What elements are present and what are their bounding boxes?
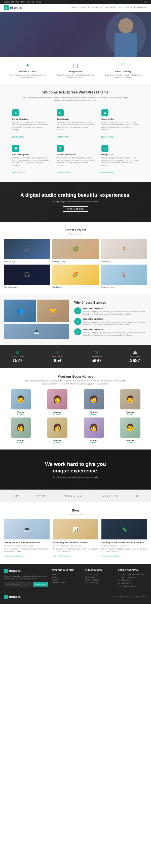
footer-service-link-3[interactable]: App Development (85, 579, 114, 581)
hero-image-overlay (0, 12, 151, 57)
social-media-learn[interactable]: LEARN MORE + (102, 136, 139, 138)
team-role-4: Director (113, 413, 147, 415)
team-role-8: Director (113, 441, 147, 443)
feature-unique-desc: Super clean contents, Innovative Product… (7, 74, 48, 79)
why-item-3: ♦ BEAUTIFUL DESIGN We are a company that… (74, 328, 146, 336)
client-logo-3: MUSIC GROUP (64, 495, 83, 497)
twitter-icon[interactable]: t (145, 1, 145, 3)
footer-subscribe-form: SUBSCRIBE (4, 582, 48, 587)
design-ux-learn[interactable]: LEARN MORE + (102, 172, 139, 173)
team-avatar-7: 👩 (84, 417, 104, 438)
why-item-2-icon: ♦ (74, 318, 81, 325)
blog-post-2-read[interactable]: CONTINUE READING + (52, 555, 72, 557)
blog-post-3-read[interactable]: CONTINUE READING + (102, 555, 120, 557)
digital-banner-title: A digital studio crafting beautiful expe… (5, 192, 146, 198)
service-app-dev-desc: We are a company that offers design and … (12, 157, 49, 166)
project-shopping-fork-icon: 🦌 (121, 272, 127, 278)
blog-title: Blog (4, 508, 147, 512)
project-workspace[interactable]: 🪑 Workspace (101, 239, 147, 262)
project-metro-bridge[interactable]: 🎧 Metro Bridge (4, 239, 50, 262)
stat-projects: ▦ Projects Finished 1527 (11, 350, 25, 363)
footer-service-link-1[interactable]: Content Strategy (85, 574, 114, 575)
stat-divider-2 (77, 350, 77, 363)
nav-logo[interactable]: B Bizpress (4, 5, 22, 10)
content-strategy-learn[interactable]: LEARN MORE + (12, 136, 49, 138)
service-design-ux-title: Design & UX (102, 153, 139, 156)
content-strategy-icon: ◈ (12, 110, 19, 116)
why-image-2: 🤝 (37, 300, 69, 322)
hero-person-image (101, 12, 151, 57)
service-content-prod-desc: We are a company that offers design and … (56, 157, 94, 166)
footer-address1: 📍 2545 S, Akin Ave - Suite 190 (118, 574, 147, 576)
blog-grid: 💻 Crafting the Ideal Innovation Portfoli… (4, 519, 147, 558)
stat-coffee: ☕ Cup of coffee 3687 (130, 350, 141, 363)
footer-subscribe-button[interactable]: SUBSCRIBE (33, 582, 48, 587)
team-face-3: 🧑 (84, 389, 104, 409)
project-railway-lobby-icon: 🌿 (72, 246, 78, 252)
blog-post-2-excerpt: We are a company that offers design and … (52, 548, 99, 553)
hero-section (0, 12, 151, 57)
coffee-stat-value: 3687 (130, 358, 141, 363)
purchase-button[interactable]: PURCHASE NOW (63, 206, 88, 212)
blog-section: Blog What we create 💻 Crafting the Ideal… (0, 502, 151, 564)
nav-contact[interactable]: CONTACT US (135, 6, 147, 9)
footer-explore-link-4[interactable]: Reports & Cases (51, 582, 81, 584)
project-railway-lobby[interactable]: 🌿 Railway Lobby (52, 239, 99, 262)
team-face-4: 👨 (120, 389, 141, 409)
team-role-6: Developer (40, 441, 74, 443)
project-shopping-fork[interactable]: 🦌 Shopping Fork (101, 265, 147, 288)
team-name-2: Member (40, 411, 74, 413)
footer-bottom-logo: Bizpress (4, 595, 21, 599)
footer-service-link-2[interactable]: Socialpuzzle (85, 576, 114, 578)
nav-about[interactable]: ABOUT US (79, 6, 89, 9)
blog-post-1-excerpt: We are a company that offers design and … (4, 548, 49, 553)
team-avatar-4: 👨 (120, 389, 141, 409)
projects-subtitle: What we create (4, 233, 147, 235)
project-city-house-icon: 🌈 (72, 272, 78, 278)
welcome-title: Welcome to Bizpress WordPressTheme (10, 90, 141, 94)
socialpuzzle-learn[interactable]: LEARN MORE + (56, 136, 94, 138)
googleplus-icon[interactable]: g+ (146, 1, 149, 3)
team-avatar-8: 👨 (120, 417, 141, 438)
welcome-desc: Our landing page creator makes it easy t… (23, 96, 128, 102)
blog-post-3-title: Focusing on the Process Instead of the P… (102, 541, 147, 544)
team-avatar-3: 🧑 (84, 389, 104, 409)
nav-services[interactable]: SERVICES (92, 6, 102, 9)
digital-banner-subtitle: Everything you need to build an awesome … (5, 200, 146, 203)
blog-post-3-meta: BY EVAN WELBORN · JUN 28, 2016 (102, 545, 147, 547)
hours-stat-icon: ⏱ (91, 350, 102, 354)
project-bolt-apartments-img: 🎧 (4, 265, 50, 285)
blog-post-1-read[interactable]: CONTINUE READING + (4, 555, 23, 557)
team-avatar-2: 👩 (47, 389, 68, 409)
why-item-3-text: BEAUTIFUL DESIGN We are a company that o… (83, 328, 146, 336)
service-content-prod: ⊡ Content Production We are a company th… (54, 143, 96, 175)
service-content-strategy: ◈ Content Strategy We are a company that… (10, 107, 51, 140)
project-city-house[interactable]: 🌈 City House (52, 265, 99, 288)
phone2-icon: 📞 (118, 582, 120, 584)
footer-explore-link-1[interactable]: About Us (51, 574, 81, 575)
feature-usability-desc: Super clean contents, Innovative Product… (103, 74, 144, 79)
svg-rect-2 (114, 33, 137, 57)
coffee-stat-label: Cup of coffee (130, 355, 141, 357)
projects-stat-label: Projects Finished (11, 355, 25, 357)
project-workspace-img: 🪑 (101, 239, 147, 259)
nav-blog[interactable]: BLOG (118, 6, 123, 9)
footer-email-input[interactable] (4, 582, 32, 587)
app-dev-learn[interactable]: LEARN MORE + (12, 172, 49, 173)
nav-home[interactable]: HOME (71, 6, 77, 9)
project-bolt-apartments[interactable]: 🎧 Bolt Apartments (4, 265, 50, 288)
footer-service-link-4[interactable]: Brand consulting (85, 582, 114, 584)
feature-unique-title: Unique & Clean (7, 70, 48, 73)
content-prod-learn[interactable]: LEARN MORE + (56, 172, 94, 173)
topbar-info: +1 (012) 345 6789 Mon - Fri: 7:00 - 17:0… (2, 1, 41, 3)
project-workspace-icon: 🪑 (121, 246, 126, 251)
footer-explore-link-3[interactable]: Projects (51, 579, 81, 581)
facebook-icon[interactable]: f (143, 1, 143, 3)
nav-projects[interactable]: PROJECTS (105, 6, 115, 9)
why-content: Why Choose Bizpress ♦ BEAUTIFUL DESIGN W… (73, 300, 147, 340)
nav-shop[interactable]: SHOP (126, 6, 132, 9)
service-content-prod-title: Content Production (56, 153, 94, 156)
team-desc: New product that starts the most impactf… (25, 379, 126, 385)
service-social-media: ◉ Social Media We are a company that off… (100, 107, 141, 140)
footer-explore-link-2[interactable]: Services (51, 576, 81, 578)
